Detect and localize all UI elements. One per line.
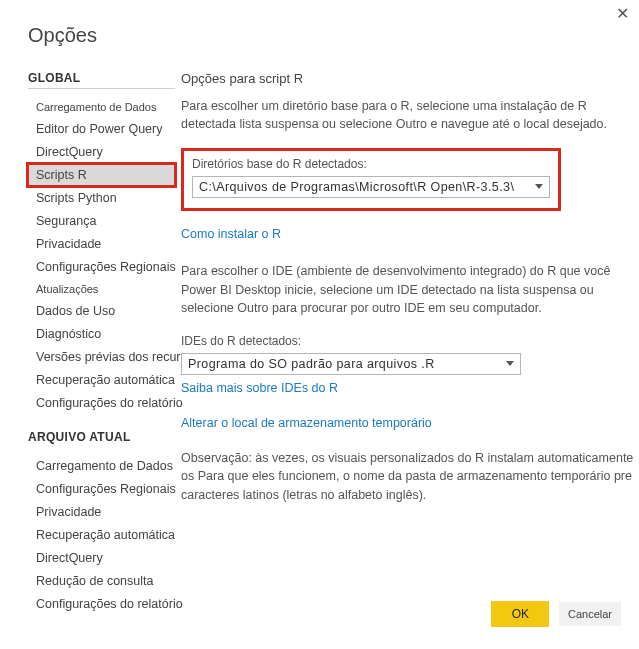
chevron-down-icon <box>535 184 543 189</box>
ide-label: IDEs do R detectados: <box>181 332 639 350</box>
sidebar-item-privacy-global[interactable]: Privacidade <box>28 233 175 255</box>
ide-value: Programa do SO padrão para arquivos .R <box>188 357 435 371</box>
close-icon[interactable]: ✕ <box>616 6 629 22</box>
sidebar-item-privacy-file[interactable]: Privacidade <box>28 501 175 523</box>
ide-select[interactable]: Programa do SO padrão para arquivos .R <box>181 353 521 375</box>
sidebar-item-updates[interactable]: Atualizações <box>28 279 175 299</box>
options-dialog: ✕ Opções GLOBAL Carregamento de Dados Ed… <box>0 0 639 649</box>
sidebar-item-report-settings-file[interactable]: Configurações do relatório <box>28 593 175 615</box>
main-pane: Opções para script R Para escolher um di… <box>175 67 639 519</box>
sidebar-item-python-scripts[interactable]: Scripts Python <box>28 187 175 209</box>
sidebar-item-auto-recovery-global[interactable]: Recuperação automática <box>28 369 175 391</box>
ide-learn-more-link[interactable]: Saiba mais sobre IDEs do R <box>181 379 338 398</box>
sidebar-item-data-load-file[interactable]: Carregamento de Dados <box>28 455 175 477</box>
dialog-title: Opções <box>28 24 639 47</box>
chevron-down-icon <box>506 361 514 366</box>
r-dirs-label: Diretórios base do R detectados: <box>192 155 550 173</box>
sidebar: GLOBAL Carregamento de Dados Editor do P… <box>0 67 175 616</box>
cancel-button[interactable]: Cancelar <box>559 602 621 626</box>
r-dirs-value: C:\Arquivos de Programas\Microsoft\R Ope… <box>199 180 514 194</box>
temp-storage-note: Observação: às vezes, os visuais persona… <box>181 449 639 505</box>
sidebar-item-auto-recovery-file[interactable]: Recuperação automática <box>28 524 175 546</box>
temp-storage-link[interactable]: Alterar o local de armazenamento temporá… <box>181 414 432 433</box>
sidebar-item-diagnostics[interactable]: Diagnóstico <box>28 323 175 345</box>
sidebar-item-security[interactable]: Segurança <box>28 210 175 232</box>
sidebar-item-directquery-global[interactable]: DirectQuery <box>28 141 175 163</box>
sidebar-item-regional-file[interactable]: Configurações Regionais <box>28 478 175 500</box>
r-intro-text: Para escolher um diretório base para o R… <box>181 97 639 135</box>
sidebar-item-r-scripts[interactable]: Scripts R <box>28 164 175 186</box>
dialog-footer: OK Cancelar <box>485 601 621 627</box>
sidebar-item-data-load-global[interactable]: Carregamento de Dados <box>28 97 175 117</box>
r-home-highlight: Diretórios base do R detectados: C:\Arqu… <box>181 148 561 211</box>
sidebar-header-global: GLOBAL <box>28 71 175 89</box>
sidebar-item-usage-data[interactable]: Dados de Uso <box>28 300 175 322</box>
sidebar-item-report-settings-global[interactable]: Configurações do relatório <box>28 392 175 414</box>
pane-heading: Opções para script R <box>181 69 639 89</box>
sidebar-item-directquery-file[interactable]: DirectQuery <box>28 547 175 569</box>
ok-button[interactable]: OK <box>491 601 549 627</box>
sidebar-item-power-query[interactable]: Editor do Power Query <box>28 118 175 140</box>
sidebar-header-current-file: ARQUIVO ATUAL <box>28 430 175 447</box>
install-r-link[interactable]: Como instalar o R <box>181 225 281 244</box>
sidebar-item-query-reduction[interactable]: Redução de consulta <box>28 570 175 592</box>
sidebar-item-preview-features[interactable]: Versões prévias dos recursos <box>28 346 175 368</box>
ide-intro-text: Para escolher o IDE (ambiente de desenvo… <box>181 262 639 318</box>
sidebar-item-regional-global[interactable]: Configurações Regionais <box>28 256 175 278</box>
r-dirs-select[interactable]: C:\Arquivos de Programas\Microsoft\R Ope… <box>192 176 550 198</box>
